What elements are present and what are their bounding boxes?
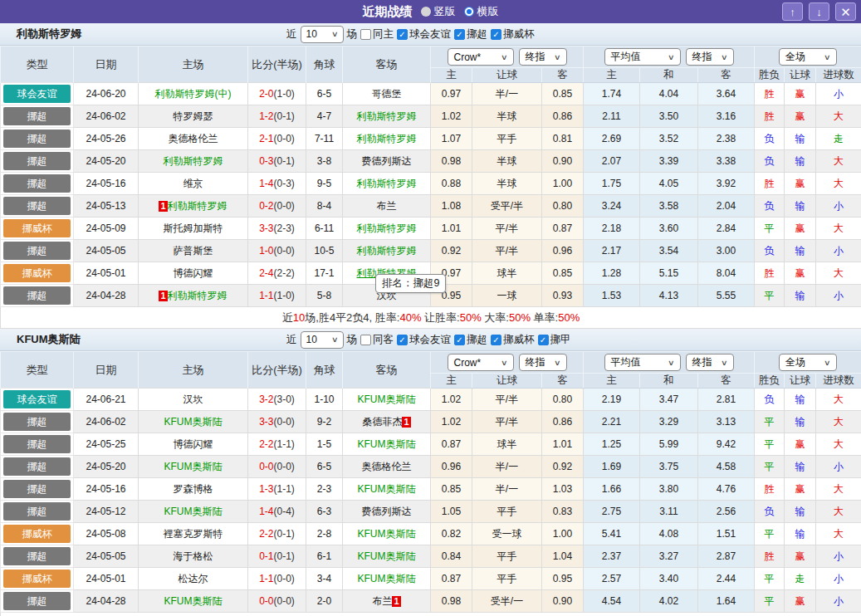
home-team-link[interactable]: 利勒斯特罗姆 [168, 290, 227, 301]
away-team-cell: KFUM奥斯陆 [343, 433, 431, 456]
odds-company-select[interactable]: Crow*∨ [448, 48, 514, 66]
away-team-link[interactable]: 布兰 [377, 200, 397, 212]
home-team-link[interactable]: 罗森博格 [174, 483, 213, 495]
home-team-link[interactable]: 奥德格伦兰 [169, 133, 218, 144]
home-team-link[interactable]: 裡塞克罗斯特 [164, 528, 223, 540]
recent-games-select[interactable]: 10∨ [301, 26, 344, 43]
odds-away: 0.86 [542, 411, 584, 433]
result-handicap: 赢 [785, 545, 816, 568]
home-team-link[interactable]: 利勒斯特罗姆 [168, 200, 227, 212]
match-type-badge: 挪超 [3, 197, 71, 215]
match-type-badge: 挪超 [3, 592, 71, 610]
league-filter-checkbox[interactable]: ✓挪超 [454, 333, 487, 347]
away-team-link[interactable]: KFUM奥斯陆 [358, 550, 416, 562]
result-wdl: 负 [755, 195, 785, 218]
home-team-link[interactable]: KFUM奥斯陆 [164, 416, 223, 428]
home-team-link[interactable]: 维京 [183, 178, 203, 189]
avg-draw: 3.75 [640, 456, 698, 478]
match-type-cell: 挪超 [1, 590, 74, 613]
away-team-link[interactable]: 费德列斯达 [362, 155, 412, 167]
result-handicap: 输 [785, 411, 816, 433]
league-filter-checkbox[interactable]: ✓挪威杯 [491, 333, 535, 347]
away-team-link[interactable]: 利勒斯特罗姆 [357, 178, 417, 189]
away-team-link[interactable]: KFUM奥斯陆 [358, 394, 416, 405]
home-team-link[interactable]: 松达尔 [179, 573, 208, 584]
match-type-badge: 挪超 [3, 174, 71, 193]
away-team-link[interactable]: 桑德菲杰 [362, 416, 402, 428]
away-team-link[interactable]: 奥德格伦兰 [362, 461, 412, 472]
chevron-down-icon: ∨ [501, 53, 508, 61]
away-team-link[interactable]: 哥德堡 [372, 88, 402, 100]
col-header-avg-a: 客 [698, 68, 755, 83]
home-team-link[interactable]: 利勒斯特罗姆(中) [155, 88, 232, 100]
avg-index-select[interactable]: 终指∨ [686, 354, 734, 371]
away-team-link[interactable]: 布兰 [372, 595, 392, 607]
home-team-link[interactable]: 博德闪耀 [174, 438, 213, 450]
home-team-link[interactable]: 利勒斯特罗姆 [164, 155, 223, 167]
home-team-link[interactable]: KFUM奥斯陆 [164, 461, 223, 472]
away-team-link[interactable]: 利勒斯特罗姆 [357, 245, 417, 257]
scope-select[interactable]: 全场∨ [779, 48, 837, 66]
away-team-link[interactable]: 利勒斯特罗姆 [357, 222, 417, 234]
away-team-link[interactable]: KFUM奥斯陆 [358, 573, 416, 584]
league-filter-checkbox[interactable]: ✓球会友谊 [397, 333, 451, 347]
close-button[interactable]: ✕ [835, 2, 856, 21]
score-cell: 1-3(1-1) [248, 478, 306, 501]
same-venue-checkbox[interactable]: 同客 [360, 333, 394, 347]
scope-select[interactable]: 全场∨ [779, 354, 837, 371]
radio-off-icon [421, 7, 431, 17]
league-filter-checkbox[interactable]: ✓球会友谊 [397, 27, 451, 42]
avg-draw: 3.47 [640, 389, 698, 411]
result-goals: 大 [816, 150, 861, 173]
home-team-link[interactable]: 博德闪耀 [174, 267, 213, 279]
league-filter-checkbox[interactable]: ✓挪超 [454, 27, 487, 42]
avg-group-header: 平均值∨终指∨ [584, 352, 755, 374]
avg-away: 3.00 [698, 240, 755, 262]
away-team-cell: KFUM奥斯陆 [343, 389, 431, 411]
away-team-link[interactable]: KFUM奥斯陆 [358, 483, 416, 495]
half-score: (0-0) [274, 595, 295, 607]
home-team-link[interactable]: 特罗姆瑟 [174, 110, 213, 122]
match-date: 24-05-16 [74, 173, 139, 195]
col-header-h: 主 [431, 68, 472, 83]
move-up-button[interactable]: ↑ [782, 2, 803, 21]
away-team-link[interactable]: 利勒斯特罗姆 [357, 110, 417, 122]
odds-away: 1.00 [542, 523, 584, 545]
match-date: 24-04-28 [74, 285, 139, 307]
chevron-down-icon: ∨ [554, 359, 561, 367]
half-score: (1-0) [274, 290, 295, 301]
home-team-link[interactable]: KFUM奥斯陆 [164, 506, 223, 517]
league-filter-checkbox[interactable]: ✓挪甲 [538, 333, 571, 347]
result-handicap: 输 [785, 285, 816, 307]
result-goals: 小 [816, 545, 861, 568]
result-goals: 小 [816, 240, 861, 262]
home-team-link[interactable]: 汉坎 [183, 394, 203, 405]
corners-cell: 10-5 [306, 240, 343, 262]
radio-vertical-layout[interactable]: 竖版 [421, 4, 456, 19]
odds-home: 1.01 [431, 218, 472, 240]
avg-select[interactable]: 平均值∨ [604, 48, 681, 66]
odds-index-select[interactable]: 终指∨ [519, 354, 567, 371]
home-team-link[interactable]: 萨普斯堡 [174, 245, 213, 257]
away-team-link[interactable]: KFUM奥斯陆 [358, 528, 416, 540]
away-team-link[interactable]: 利勒斯特罗姆 [357, 133, 417, 144]
avg-select[interactable]: 平均值∨ [604, 354, 681, 371]
home-team-link[interactable]: KFUM奥斯陆 [164, 595, 223, 607]
recent-games-select[interactable]: 10∨ [301, 331, 344, 349]
radio-horizontal-layout[interactable]: 横版 [464, 4, 499, 19]
same-venue-checkbox[interactable]: 同主 [360, 27, 394, 42]
move-down-button[interactable]: ↓ [809, 2, 829, 21]
away-team-cell: KFUM奥斯陆 [343, 523, 431, 545]
checkbox-icon: ✓ [491, 335, 501, 345]
col-header-score: 比分(半场) [248, 352, 306, 389]
home-team-link[interactable]: 海于格松 [174, 550, 213, 562]
league-filter-checkbox[interactable]: ✓挪威杯 [491, 27, 535, 42]
odds-index-select[interactable]: 终指∨ [519, 48, 567, 66]
home-team-link[interactable]: 斯托姆加斯特 [164, 222, 223, 234]
avg-index-select[interactable]: 终指∨ [686, 48, 734, 66]
col-header-a: 客 [542, 374, 584, 389]
full-score: 1-0 [259, 245, 273, 257]
away-team-link[interactable]: KFUM奥斯陆 [358, 438, 416, 450]
odds-company-select[interactable]: Crow*∨ [448, 354, 514, 371]
away-team-link[interactable]: 费德列斯达 [362, 506, 412, 517]
